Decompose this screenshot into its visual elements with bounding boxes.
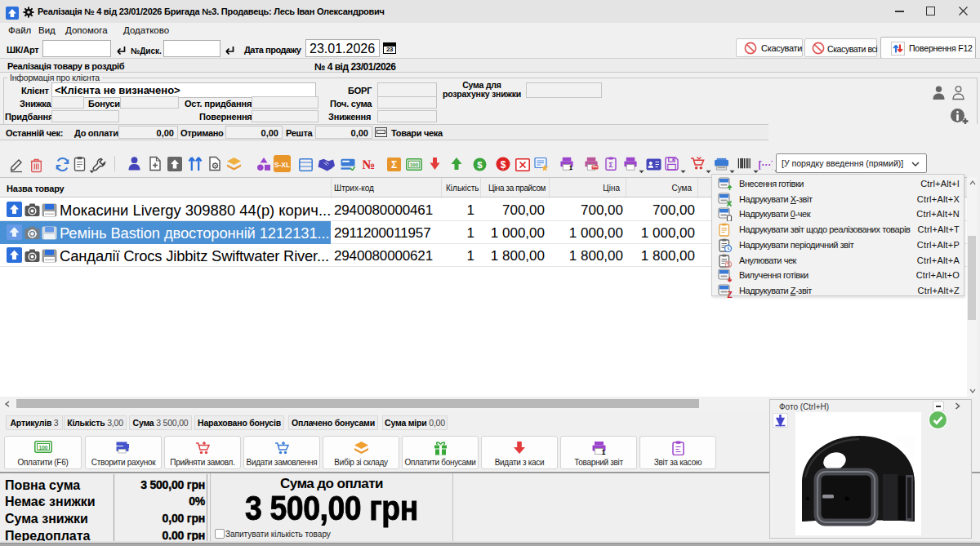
svg-text:№: № [363,158,375,171]
svg-text:100: 100 [410,162,419,167]
svg-text:[···]: [···] [759,159,773,171]
svg-text:S-XL: S-XL [274,161,290,169]
svg-text:1: 1 [569,164,573,171]
svg-text:1: 1 [601,448,605,456]
svg-text:$: $ [477,160,483,170]
svg-text:100: 100 [38,445,47,451]
svg-text:Σ: Σ [391,159,397,171]
svg-text:Z: Z [727,291,732,298]
svg-text:$: $ [501,159,506,171]
svg-text:Σ: Σ [608,161,612,169]
